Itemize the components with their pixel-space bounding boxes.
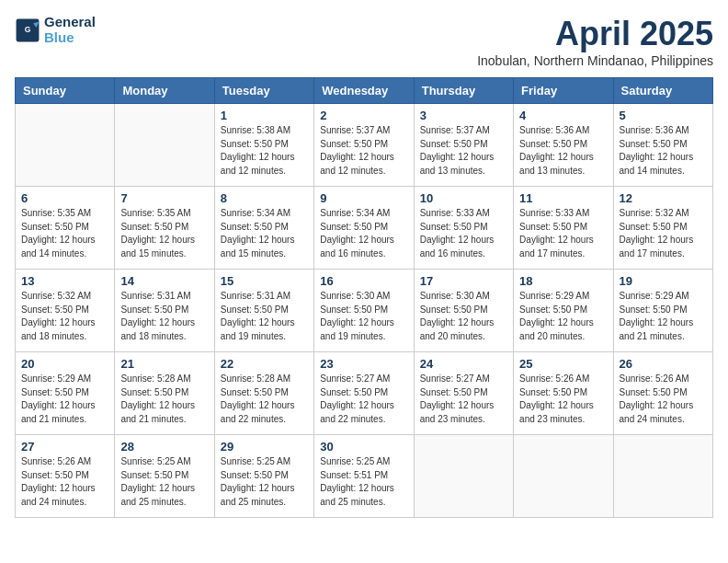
- day-number: 11: [519, 191, 607, 205]
- day-number: 9: [320, 191, 407, 205]
- day-number: 22: [221, 357, 308, 371]
- day-info: Sunrise: 5:37 AM Sunset: 5:50 PM Dayligh…: [320, 124, 407, 178]
- calendar: SundayMondayTuesdayWednesdayThursdayFrid…: [15, 77, 713, 518]
- day-number: 2: [320, 109, 407, 122]
- calendar-header-row: SundayMondayTuesdayWednesdayThursdayFrid…: [16, 78, 713, 104]
- day-cell: 17Sunrise: 5:30 AM Sunset: 5:50 PM Dayli…: [414, 270, 513, 352]
- day-number: 18: [519, 274, 607, 288]
- col-header-friday: Friday: [514, 78, 613, 104]
- day-info: Sunrise: 5:25 AM Sunset: 5:50 PM Dayligh…: [221, 455, 308, 509]
- day-info: Sunrise: 5:37 AM Sunset: 5:50 PM Dayligh…: [420, 124, 507, 178]
- day-cell: 14Sunrise: 5:31 AM Sunset: 5:50 PM Dayli…: [115, 270, 214, 352]
- day-cell: 19Sunrise: 5:29 AM Sunset: 5:50 PM Dayli…: [613, 270, 712, 352]
- day-cell: 29Sunrise: 5:25 AM Sunset: 5:50 PM Dayli…: [214, 435, 313, 518]
- day-cell: 3Sunrise: 5:37 AM Sunset: 5:50 PM Daylig…: [414, 104, 513, 187]
- day-number: 26: [620, 357, 707, 371]
- day-number: 30: [320, 440, 407, 454]
- day-cell: [414, 435, 513, 518]
- day-number: 24: [420, 357, 507, 371]
- header: G General Blue April 2025 Inobulan, Nort…: [15, 15, 713, 68]
- day-cell: 10Sunrise: 5:33 AM Sunset: 5:50 PM Dayli…: [414, 187, 513, 270]
- day-cell: 18Sunrise: 5:29 AM Sunset: 5:50 PM Dayli…: [514, 270, 613, 352]
- col-header-saturday: Saturday: [613, 78, 712, 104]
- day-cell: [613, 435, 712, 518]
- day-number: 23: [320, 357, 407, 371]
- day-number: 1: [221, 109, 308, 122]
- day-info: Sunrise: 5:29 AM Sunset: 5:50 PM Dayligh…: [620, 290, 707, 343]
- day-cell: 5Sunrise: 5:36 AM Sunset: 5:50 PM Daylig…: [613, 104, 712, 187]
- svg-text:G: G: [25, 24, 31, 33]
- day-cell: [16, 104, 115, 187]
- day-number: 3: [420, 109, 507, 122]
- day-cell: 24Sunrise: 5:27 AM Sunset: 5:50 PM Dayli…: [414, 352, 513, 435]
- day-number: 5: [620, 109, 707, 122]
- day-cell: 23Sunrise: 5:27 AM Sunset: 5:50 PM Dayli…: [314, 352, 414, 435]
- day-cell: 15Sunrise: 5:31 AM Sunset: 5:50 PM Dayli…: [214, 270, 313, 352]
- col-header-wednesday: Wednesday: [314, 78, 414, 104]
- day-info: Sunrise: 5:30 AM Sunset: 5:50 PM Dayligh…: [320, 290, 407, 343]
- day-number: 14: [120, 274, 208, 288]
- day-cell: 22Sunrise: 5:28 AM Sunset: 5:50 PM Dayli…: [214, 352, 313, 435]
- week-row-3: 13Sunrise: 5:32 AM Sunset: 5:50 PM Dayli…: [16, 270, 713, 352]
- col-header-sunday: Sunday: [16, 78, 115, 104]
- day-number: 21: [120, 357, 208, 371]
- day-cell: 6Sunrise: 5:35 AM Sunset: 5:50 PM Daylig…: [16, 187, 115, 270]
- day-cell: 7Sunrise: 5:35 AM Sunset: 5:50 PM Daylig…: [115, 187, 214, 270]
- day-info: Sunrise: 5:35 AM Sunset: 5:50 PM Dayligh…: [120, 207, 208, 260]
- logo-icon: G: [15, 17, 40, 43]
- day-cell: 16Sunrise: 5:30 AM Sunset: 5:50 PM Dayli…: [314, 270, 414, 352]
- day-cell: [514, 435, 613, 518]
- day-number: 28: [120, 440, 208, 454]
- day-info: Sunrise: 5:32 AM Sunset: 5:50 PM Dayligh…: [620, 207, 707, 260]
- day-cell: 12Sunrise: 5:32 AM Sunset: 5:50 PM Dayli…: [613, 187, 712, 270]
- day-cell: 28Sunrise: 5:25 AM Sunset: 5:50 PM Dayli…: [115, 435, 214, 518]
- day-cell: 26Sunrise: 5:26 AM Sunset: 5:50 PM Dayli…: [613, 352, 712, 435]
- week-row-2: 6Sunrise: 5:35 AM Sunset: 5:50 PM Daylig…: [16, 187, 713, 270]
- main-title: April 2025: [477, 15, 713, 53]
- day-cell: 21Sunrise: 5:28 AM Sunset: 5:50 PM Dayli…: [115, 352, 214, 435]
- col-header-monday: Monday: [115, 78, 214, 104]
- day-info: Sunrise: 5:29 AM Sunset: 5:50 PM Dayligh…: [21, 373, 108, 426]
- day-number: 7: [120, 191, 208, 205]
- day-info: Sunrise: 5:36 AM Sunset: 5:50 PM Dayligh…: [620, 124, 707, 178]
- logo-line1: General: [44, 15, 96, 30]
- day-number: 16: [320, 274, 407, 288]
- day-cell: 8Sunrise: 5:34 AM Sunset: 5:50 PM Daylig…: [214, 187, 313, 270]
- subtitle: Inobulan, Northern Mindanao, Philippines: [477, 53, 713, 68]
- col-header-thursday: Thursday: [414, 78, 513, 104]
- day-cell: 20Sunrise: 5:29 AM Sunset: 5:50 PM Dayli…: [16, 352, 115, 435]
- week-row-5: 27Sunrise: 5:26 AM Sunset: 5:50 PM Dayli…: [16, 435, 713, 518]
- day-cell: 1Sunrise: 5:38 AM Sunset: 5:50 PM Daylig…: [214, 104, 313, 187]
- day-number: 19: [620, 274, 707, 288]
- day-number: 12: [620, 191, 707, 205]
- day-cell: 25Sunrise: 5:26 AM Sunset: 5:50 PM Dayli…: [514, 352, 613, 435]
- logo-line2: Blue: [44, 30, 96, 46]
- day-info: Sunrise: 5:31 AM Sunset: 5:50 PM Dayligh…: [120, 290, 208, 343]
- week-row-1: 1Sunrise: 5:38 AM Sunset: 5:50 PM Daylig…: [16, 104, 713, 187]
- day-cell: 30Sunrise: 5:25 AM Sunset: 5:51 PM Dayli…: [314, 435, 414, 518]
- day-cell: 27Sunrise: 5:26 AM Sunset: 5:50 PM Dayli…: [16, 435, 115, 518]
- day-info: Sunrise: 5:25 AM Sunset: 5:50 PM Dayligh…: [120, 455, 208, 509]
- day-number: 27: [21, 440, 108, 454]
- day-info: Sunrise: 5:33 AM Sunset: 5:50 PM Dayligh…: [420, 207, 507, 260]
- day-info: Sunrise: 5:34 AM Sunset: 5:50 PM Dayligh…: [320, 207, 407, 260]
- day-number: 13: [21, 274, 108, 288]
- day-info: Sunrise: 5:28 AM Sunset: 5:50 PM Dayligh…: [120, 373, 208, 426]
- week-row-4: 20Sunrise: 5:29 AM Sunset: 5:50 PM Dayli…: [16, 352, 713, 435]
- logo: G General Blue: [15, 15, 96, 45]
- day-cell: 9Sunrise: 5:34 AM Sunset: 5:50 PM Daylig…: [314, 187, 414, 270]
- day-info: Sunrise: 5:31 AM Sunset: 5:50 PM Dayligh…: [221, 290, 308, 343]
- day-number: 15: [221, 274, 308, 288]
- title-area: April 2025 Inobulan, Northern Mindanao, …: [477, 15, 713, 68]
- day-info: Sunrise: 5:38 AM Sunset: 5:50 PM Dayligh…: [221, 124, 308, 178]
- day-info: Sunrise: 5:27 AM Sunset: 5:50 PM Dayligh…: [420, 373, 507, 426]
- day-number: 4: [519, 109, 607, 122]
- day-number: 6: [21, 191, 108, 205]
- day-info: Sunrise: 5:27 AM Sunset: 5:50 PM Dayligh…: [320, 373, 407, 426]
- day-info: Sunrise: 5:30 AM Sunset: 5:50 PM Dayligh…: [420, 290, 507, 343]
- day-number: 25: [519, 357, 607, 371]
- day-info: Sunrise: 5:29 AM Sunset: 5:50 PM Dayligh…: [519, 290, 607, 343]
- col-header-tuesday: Tuesday: [214, 78, 313, 104]
- day-info: Sunrise: 5:35 AM Sunset: 5:50 PM Dayligh…: [21, 207, 108, 260]
- day-cell: 11Sunrise: 5:33 AM Sunset: 5:50 PM Dayli…: [514, 187, 613, 270]
